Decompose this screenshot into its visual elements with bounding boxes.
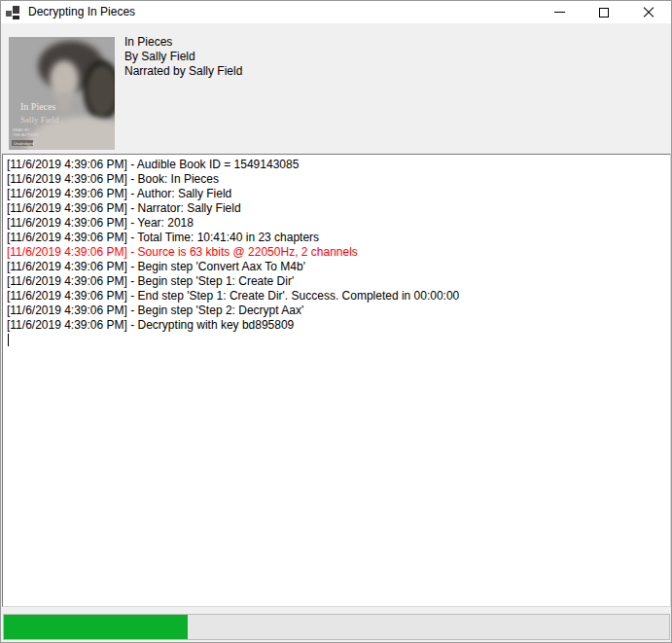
- close-button[interactable]: [626, 1, 671, 23]
- progress-bar: [3, 614, 670, 640]
- log-line: [11/6/2019 4:39:06 PM] - Audible Book ID…: [7, 158, 666, 172]
- progress-fill: [4, 615, 188, 639]
- log-line: [11/6/2019 4:39:06 PM] - Total Time: 10:…: [7, 231, 666, 245]
- log-output[interactable]: [11/6/2019 4:39:06 PM] - Audible Book ID…: [2, 154, 671, 607]
- log-line: [11/6/2019 4:39:06 PM] - Begin step 'Con…: [7, 260, 666, 274]
- book-cover-image: In Pieces Sally Field READ BY THE AUTHOR…: [9, 37, 115, 150]
- minimize-icon: [554, 12, 565, 13]
- cover-title-text: In Pieces: [20, 101, 55, 112]
- app-window: Decrypting In Pieces: [0, 0, 672, 643]
- log-line: [11/6/2019 4:39:06 PM] - End step 'Step …: [7, 289, 666, 304]
- log-line: [11/6/2019 4:39:06 PM] - Book: In Pieces: [7, 172, 666, 187]
- log-line: [11/6/2019 4:39:06 PM] - Narrator: Sally…: [7, 201, 666, 216]
- log-lines: [11/6/2019 4:39:06 PM] - Audible Book ID…: [7, 158, 666, 333]
- log-line: [11/6/2019 4:39:06 PM] - Begin step 'Ste…: [7, 274, 666, 289]
- app-icon: [6, 6, 19, 19]
- maximize-button[interactable]: [582, 1, 626, 23]
- title-bar[interactable]: Decrypting In Pieces: [1, 1, 671, 23]
- book-info: In Pieces By Sally Field Narrated by Sal…: [124, 35, 242, 79]
- cover-author-text: Sally Field: [20, 115, 59, 125]
- window-title: Decrypting In Pieces: [28, 1, 135, 23]
- log-line: [11/6/2019 4:39:06 PM] - Source is 63 kb…: [7, 245, 666, 260]
- log-line: [11/6/2019 4:39:06 PM] - Year: 2018: [7, 216, 666, 231]
- window-controls: [537, 1, 671, 23]
- text-caret: [8, 334, 9, 346]
- minimize-button[interactable]: [537, 1, 582, 23]
- book-title: In Pieces: [124, 35, 242, 50]
- log-line: [11/6/2019 4:39:06 PM] - Decrypting with…: [7, 318, 666, 333]
- log-line: [11/6/2019 4:39:06 PM] - Author: Sally F…: [7, 187, 666, 201]
- maximize-icon: [599, 8, 609, 18]
- close-icon: [643, 7, 654, 18]
- book-narrator: Narrated by Sally Field: [124, 64, 242, 79]
- cover-badge-line3: Unabridged: [14, 141, 34, 146]
- cover-badge-line2: THE AUTHOR: [13, 132, 38, 137]
- log-line: [11/6/2019 4:39:06 PM] - Begin step 'Ste…: [7, 304, 666, 318]
- book-author: By Sally Field: [124, 50, 242, 64]
